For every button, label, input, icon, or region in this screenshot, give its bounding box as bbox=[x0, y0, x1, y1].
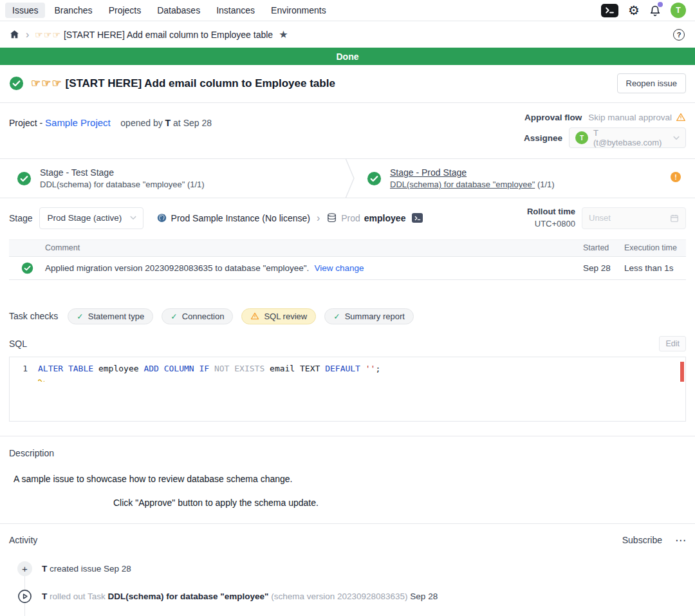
sql-edit-button[interactable]: Edit bbox=[659, 336, 686, 351]
chevron-down-icon bbox=[130, 216, 136, 220]
view-change-link[interactable]: View change bbox=[314, 263, 364, 273]
stage-check-icon bbox=[367, 171, 382, 186]
issue-meta: Project - Sample Project opened by T at … bbox=[0, 103, 695, 158]
check-icon: ✓ bbox=[171, 312, 177, 321]
activity-label: Activity bbox=[9, 535, 622, 545]
activity-item: Task DDL(schema) for database "employee"… bbox=[9, 610, 686, 616]
chevron-right-icon: › bbox=[317, 213, 320, 223]
stage-separator bbox=[345, 158, 355, 198]
assignee-row: Assignee T T (t@bytebase.com) bbox=[524, 127, 686, 148]
help-icon[interactable]: ? bbox=[673, 29, 685, 41]
nav-item-projects[interactable]: Projects bbox=[102, 3, 149, 18]
warning-triangle-icon bbox=[250, 312, 259, 321]
stage-toolbar: Stage Prod Stage (active) Prod Sample In… bbox=[0, 198, 695, 237]
issue-title: ☞☞☞ [START HERE] Add email column to Emp… bbox=[31, 77, 610, 90]
task-run-table: Comment Started Execution time Applied m… bbox=[9, 239, 686, 280]
row-success-icon bbox=[21, 262, 33, 274]
calendar-icon bbox=[670, 214, 679, 223]
notification-bell-icon[interactable] bbox=[649, 5, 661, 17]
task-check-statement-type[interactable]: ✓Statement type bbox=[68, 308, 153, 324]
pointer-emoji: ☞☞☞ bbox=[35, 30, 61, 40]
nav-item-environments[interactable]: Environments bbox=[264, 3, 333, 18]
task-check-pills: ✓Statement type✓ConnectionSQL review✓Sum… bbox=[68, 308, 414, 324]
sql-code-line: 1 ALTER TABLE employee ADD COLUMN IF NOT… bbox=[10, 364, 685, 373]
task-checks: Task checks ✓Statement type✓ConnectionSQ… bbox=[9, 308, 686, 324]
breadcrumb-title: ☞☞☞ [START HERE] Add email column to Emp… bbox=[35, 30, 273, 40]
task-check-sql-review[interactable]: SQL review bbox=[241, 308, 316, 324]
instance-breadcrumb[interactable]: Prod Sample Instance (No license) bbox=[156, 212, 310, 223]
rollout-time-input[interactable]: Unset bbox=[582, 207, 686, 229]
migration-comment: Applied migration version 20230928083635… bbox=[45, 263, 309, 273]
postgres-icon bbox=[156, 212, 167, 223]
stage-pipeline: Stage - Test Stage DDL(schema) for datab… bbox=[0, 158, 695, 198]
nav-item-databases[interactable]: Databases bbox=[150, 3, 207, 18]
stage-label: Stage bbox=[9, 213, 33, 223]
top-navigation: IssuesBranchesProjectsDatabasesInstances… bbox=[0, 0, 695, 21]
user-avatar[interactable]: T bbox=[671, 3, 686, 18]
stage-alert-icon: ! bbox=[671, 172, 681, 182]
started-cell: Sep 28 bbox=[583, 263, 624, 273]
task-checks-label: Task checks bbox=[9, 311, 58, 321]
task-check-connection[interactable]: ✓Connection bbox=[162, 308, 233, 324]
issue-done-check-icon bbox=[9, 76, 24, 91]
reopen-issue-button[interactable]: Reopen issue bbox=[617, 73, 687, 93]
description-label: Description bbox=[9, 448, 686, 458]
subscribe-button[interactable]: Subscribe bbox=[622, 535, 662, 545]
table-header: Comment Started Execution time bbox=[9, 239, 686, 257]
database-icon bbox=[326, 212, 337, 223]
activity-item: +T created issue Sep 28 bbox=[9, 555, 686, 583]
plus-icon: + bbox=[17, 561, 32, 576]
nav-right-icons: ⚙ T bbox=[601, 3, 686, 18]
project-link[interactable]: Sample Project bbox=[45, 117, 111, 128]
description-section: Description A sample issue to showcase h… bbox=[0, 436, 695, 523]
star-icon[interactable]: ★ bbox=[279, 28, 288, 41]
opener-name: T bbox=[165, 118, 171, 128]
gear-icon[interactable]: ⚙ bbox=[628, 4, 640, 17]
nav-item-issues[interactable]: Issues bbox=[5, 3, 45, 18]
breadcrumb: › ☞☞☞ [START HERE] Add email column to E… bbox=[0, 21, 695, 48]
sql-warning-squiggle-icon bbox=[38, 374, 44, 384]
task-check-summary-report[interactable]: ✓Summary report bbox=[324, 308, 414, 324]
more-options-icon[interactable]: ⋯ bbox=[675, 535, 686, 546]
activity-text: T created issue Sep 28 bbox=[42, 564, 131, 574]
pointer-emoji: ☞☞☞ bbox=[31, 77, 62, 89]
sql-terminal-icon[interactable] bbox=[601, 4, 618, 17]
editor-overview-marker bbox=[680, 362, 684, 382]
status-banner: Done bbox=[0, 48, 695, 65]
project-line: Project - Sample Project opened by T at … bbox=[9, 112, 212, 148]
activity-list: +T created issue Sep 28T rolled out Task… bbox=[9, 555, 686, 616]
stage-select[interactable]: Prod Stage (active) bbox=[39, 207, 144, 229]
stage-tab-test[interactable]: Stage - Test Stage DDL(schema) for datab… bbox=[0, 159, 345, 198]
issue-title-row: ☞☞☞ [START HERE] Add email column to Emp… bbox=[0, 65, 695, 102]
warning-triangle-icon bbox=[676, 112, 686, 122]
main-nav: IssuesBranchesProjectsDatabasesInstances… bbox=[5, 3, 333, 18]
database-breadcrumb[interactable]: Prod employee bbox=[326, 212, 405, 223]
activity-text: T rolled out Task DDL(schema) for databa… bbox=[42, 592, 438, 601]
rollout-time-block: Rollout time UTC+0800 bbox=[527, 206, 575, 230]
approval-flow-row: Approval flow Skip manual approval bbox=[524, 112, 686, 122]
description-line: Click "Approve" button to apply the sche… bbox=[113, 498, 686, 508]
notification-dot bbox=[658, 2, 663, 7]
sql-editor: 1 ALTER TABLE employee ADD COLUMN IF NOT… bbox=[9, 357, 686, 422]
description-line: A sample issue to showcase how to review… bbox=[14, 474, 686, 484]
stage-check-icon bbox=[17, 171, 32, 186]
execution-time-cell: Less than 1s bbox=[624, 263, 686, 273]
sql-statement: ALTER TABLE employee ADD COLUMN IF NOT E… bbox=[38, 364, 380, 373]
chevron-down-icon bbox=[673, 136, 680, 140]
assignee-avatar: T bbox=[575, 131, 588, 144]
nav-item-branches[interactable]: Branches bbox=[47, 3, 99, 18]
stage-tab-prod[interactable]: Stage - Prod Stage DDL(schema) for datab… bbox=[355, 159, 695, 198]
line-number: 1 bbox=[10, 364, 38, 373]
activity-item: T rolled out Task DDL(schema) for databa… bbox=[9, 583, 686, 610]
table-row: Applied migration version 20230928083635… bbox=[9, 257, 686, 280]
nav-item-instances[interactable]: Instances bbox=[209, 3, 262, 18]
activity-section: Activity Subscribe ⋯ +T created issue Se… bbox=[0, 524, 695, 616]
assignee-select[interactable]: T T (t@bytebase.com) bbox=[569, 127, 686, 148]
home-icon[interactable] bbox=[9, 29, 20, 40]
open-sql-editor-icon[interactable] bbox=[412, 213, 423, 223]
check-icon: ✓ bbox=[333, 312, 340, 321]
check-icon: ✓ bbox=[77, 312, 83, 321]
sql-header: SQL Edit bbox=[0, 324, 695, 357]
chevron-right-icon: › bbox=[26, 30, 29, 40]
sql-label: SQL bbox=[9, 339, 27, 349]
